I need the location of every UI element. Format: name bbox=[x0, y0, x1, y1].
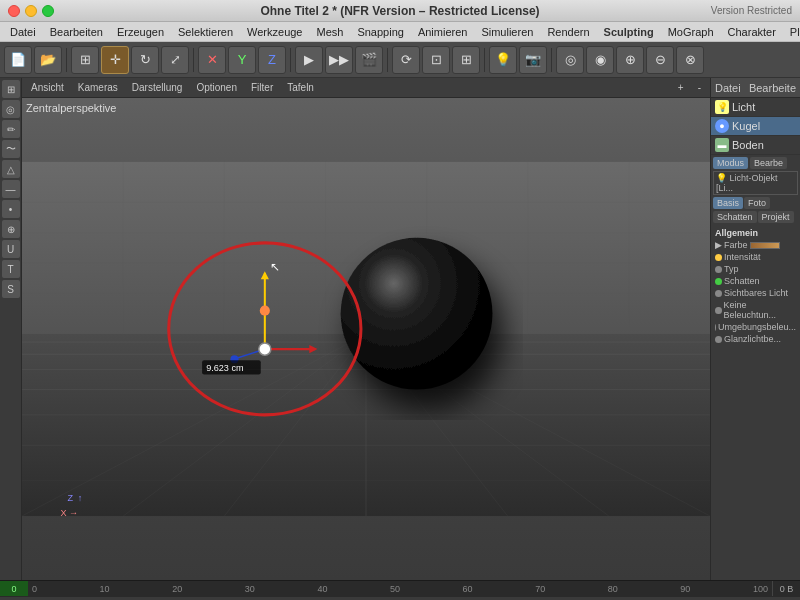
minimize-button[interactable] bbox=[25, 5, 37, 17]
left-icon-spline[interactable]: 〜 bbox=[2, 140, 20, 158]
menu-werkzeuge[interactable]: Werkzeuge bbox=[241, 25, 308, 39]
left-icon-snap[interactable]: S bbox=[2, 280, 20, 298]
close-button[interactable] bbox=[8, 5, 20, 17]
menu-snapping[interactable]: Snapping bbox=[351, 25, 410, 39]
toolbar-sep3 bbox=[290, 48, 291, 72]
toolbar-sculpt2-btn[interactable]: ◉ bbox=[586, 46, 614, 74]
tab-foto[interactable]: Foto bbox=[744, 197, 770, 209]
object-name-boden: Boden bbox=[732, 139, 764, 151]
timeline-start: 0 bbox=[0, 581, 28, 596]
object-item-boden[interactable]: ▬ Boden bbox=[711, 136, 800, 155]
left-icon-texture[interactable]: T bbox=[2, 260, 20, 278]
farbe-expand-icon: ▶ bbox=[715, 240, 722, 250]
svg-point-35 bbox=[260, 306, 270, 316]
menu-sculpting[interactable]: Sculpting bbox=[598, 25, 660, 39]
vp-btn-darstellung[interactable]: Darstellung bbox=[127, 81, 188, 94]
window-title: Ohne Titel 2 * (NFR Version – Restricted… bbox=[260, 4, 539, 18]
toolbar-sym-btn[interactable]: ⟳ bbox=[392, 46, 420, 74]
toolbar-light-btn[interactable]: 💡 bbox=[489, 46, 517, 74]
svg-text:9.623 cm: 9.623 cm bbox=[206, 363, 243, 373]
playback-controls: ⏮ ◀ ◁ ▶ ▷ ▶ ⏭ ⏺ ⏺ ? K K K K ⊕ bbox=[0, 596, 800, 600]
vp-btn-tafeln[interactable]: Tafeln bbox=[282, 81, 319, 94]
object-item-licht[interactable]: 💡 Licht bbox=[711, 98, 800, 117]
vp-btn-ansicht[interactable]: Ansicht bbox=[26, 81, 69, 94]
left-icon-uv[interactable]: U bbox=[2, 240, 20, 258]
tab-schatten[interactable]: Schatten bbox=[713, 211, 757, 223]
typ-dot bbox=[715, 266, 722, 273]
toolbar-rotate-btn[interactable]: ↻ bbox=[131, 46, 159, 74]
left-icon-polygon[interactable]: △ bbox=[2, 160, 20, 178]
menu-charakter[interactable]: Charakter bbox=[722, 25, 782, 39]
basis-foto-tabs: Basis Foto bbox=[713, 197, 798, 209]
toolbar-model-btn[interactable]: ⊞ bbox=[71, 46, 99, 74]
tab-bearbeite[interactable]: Bearbe bbox=[750, 157, 787, 169]
menu-selektieren[interactable]: Selektieren bbox=[172, 25, 239, 39]
vp-btn-kameras[interactable]: Kameras bbox=[73, 81, 123, 94]
keine-label: Keine Beleuchtun... bbox=[724, 300, 797, 320]
toolbar-sculpt1-btn[interactable]: ◎ bbox=[556, 46, 584, 74]
toolbar-sculpt4-btn[interactable]: ⊖ bbox=[646, 46, 674, 74]
left-icon-edge[interactable]: — bbox=[2, 180, 20, 198]
left-icon-axis[interactable]: ⊕ bbox=[2, 220, 20, 238]
tab-projekt[interactable]: Projekt bbox=[758, 211, 794, 223]
titlebar: Ohne Titel 2 * (NFR Version – Restricted… bbox=[0, 0, 800, 22]
left-icon-point[interactable]: • bbox=[2, 200, 20, 218]
vp-btn-optionen[interactable]: Optionen bbox=[191, 81, 242, 94]
farbe-swatch[interactable] bbox=[750, 242, 780, 249]
umgebung-row: Umgebungsbeleu... bbox=[713, 321, 798, 333]
toolbar-move-btn[interactable]: ✛ bbox=[101, 46, 129, 74]
tab-basis[interactable]: Basis bbox=[713, 197, 743, 209]
menu-datei[interactable]: Datei bbox=[4, 25, 42, 39]
main-content: ⊞ ◎ ✏ 〜 △ — • ⊕ U T S Ansicht Kameras Da… bbox=[0, 78, 800, 580]
toolbar-snap-btn[interactable]: ⊡ bbox=[422, 46, 450, 74]
farbe-row[interactable]: ▶ Farbe bbox=[713, 239, 798, 251]
toolbar-renderall-btn[interactable]: ▶▶ bbox=[325, 46, 353, 74]
toolbar-grid-btn[interactable]: ⊞ bbox=[452, 46, 480, 74]
tab-modus[interactable]: Modus bbox=[713, 157, 748, 169]
left-icon-model[interactable]: ⊞ bbox=[2, 80, 20, 98]
tl-40: 40 bbox=[317, 584, 327, 594]
object-name-licht: Licht bbox=[732, 101, 755, 113]
left-icon-brush[interactable]: ✏ bbox=[2, 120, 20, 138]
svg-text:X →: X → bbox=[60, 508, 78, 518]
toolbar-camera-btn[interactable]: 📷 bbox=[519, 46, 547, 74]
toolbar-render-btn[interactable]: ▶ bbox=[295, 46, 323, 74]
toolbar-new-btn[interactable]: 📄 bbox=[4, 46, 32, 74]
vp-btn-zoom-out[interactable]: - bbox=[693, 81, 706, 94]
3d-viewport[interactable]: 9.623 cm ↖ Z ↑ X → Zentralperspektive bbox=[22, 98, 710, 580]
object-item-kugel[interactable]: ● Kugel bbox=[711, 117, 800, 136]
menu-rendern[interactable]: Rendern bbox=[541, 25, 595, 39]
light-obj-label: 💡 Licht-Objekt [Li... bbox=[713, 171, 798, 195]
toolbar-y-btn[interactable]: Y bbox=[228, 46, 256, 74]
viewport-toolbar: Ansicht Kameras Darstellung Optionen Fil… bbox=[22, 78, 710, 98]
version-restricted-label: Version Restricted bbox=[711, 5, 792, 16]
tl-70: 70 bbox=[535, 584, 545, 594]
toolbar-anim-btn[interactable]: 🎬 bbox=[355, 46, 383, 74]
sichtbares-dot bbox=[715, 290, 722, 297]
menu-plugins[interactable]: Plug-ins bbox=[784, 25, 800, 39]
toolbar-sculpt5-btn[interactable]: ⊗ bbox=[676, 46, 704, 74]
toolbar-open-btn[interactable]: 📂 bbox=[34, 46, 62, 74]
menu-animieren[interactable]: Animieren bbox=[412, 25, 474, 39]
intensitaet-label: Intensität bbox=[724, 252, 761, 262]
toolbar-z-btn[interactable]: Z bbox=[258, 46, 286, 74]
toolbar-sculpt3-btn[interactable]: ⊕ bbox=[616, 46, 644, 74]
menu-bearbeiten[interactable]: Bearbeiten bbox=[44, 25, 109, 39]
vp-btn-filter[interactable]: Filter bbox=[246, 81, 278, 94]
vp-btn-zoom-in[interactable]: + bbox=[673, 81, 689, 94]
maximize-button[interactable] bbox=[42, 5, 54, 17]
timeline-numbers: 0 10 20 30 40 50 60 70 80 90 100 bbox=[28, 584, 772, 594]
menu-mograph[interactable]: MoGraph bbox=[662, 25, 720, 39]
left-icon-sculpt[interactable]: ◎ bbox=[2, 100, 20, 118]
toolbar-scale-btn[interactable]: ⤢ bbox=[161, 46, 189, 74]
tl-100: 100 bbox=[753, 584, 768, 594]
tl-50: 50 bbox=[390, 584, 400, 594]
menu-erzeugen[interactable]: Erzeugen bbox=[111, 25, 170, 39]
timeline[interactable]: 0 0 10 20 30 40 50 60 70 80 90 100 0 B bbox=[0, 580, 800, 596]
schatten-dot bbox=[715, 278, 722, 285]
menu-simulieren[interactable]: Simulieren bbox=[475, 25, 539, 39]
typ-row: Typ bbox=[713, 263, 798, 275]
toolbar-x-btn[interactable]: ✕ bbox=[198, 46, 226, 74]
menu-mesh[interactable]: Mesh bbox=[310, 25, 349, 39]
traffic-lights bbox=[8, 5, 54, 17]
